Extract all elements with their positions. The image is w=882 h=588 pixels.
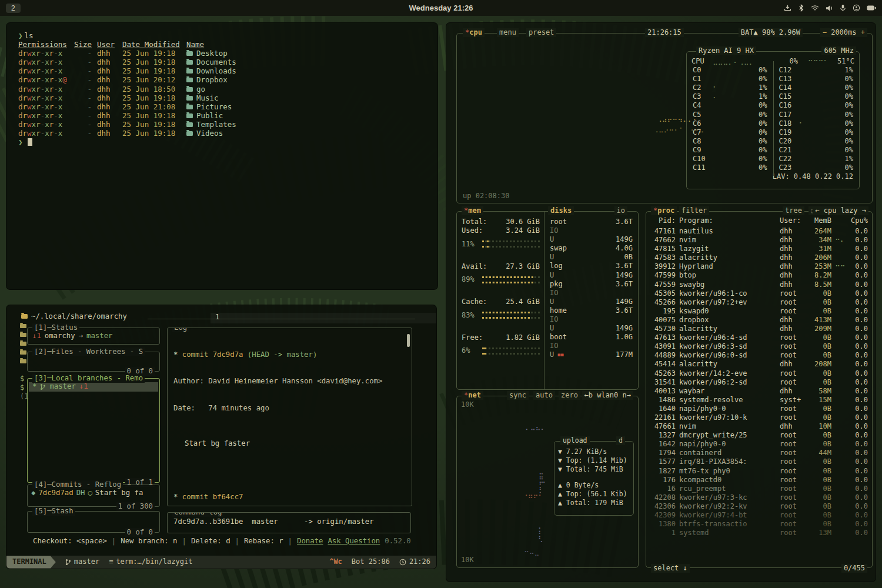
process-row[interactable]: 1 systemd root 13M 0.0 [651,529,868,537]
process-row[interactable]: 176 kcompactd0 root 0B 0.0 [651,476,868,485]
mic-icon[interactable] [840,4,846,12]
process-pid: 22161 [651,413,676,422]
process-row[interactable]: 42306 kworker/u92:2-kv root 0B 0.0 [651,502,868,511]
menu-button[interactable]: menu [497,28,519,37]
commit-message: Start bg fa [95,489,143,497]
mem-box-title[interactable]: *mem [462,206,483,215]
panel-title: Log [172,328,189,332]
process-mem: 0B [808,476,831,485]
process-row[interactable]: 1577 irq/81-PIXA3854: root 0B 0.0 [651,457,868,466]
disks-toggle[interactable]: disks [548,206,574,215]
box-nav[interactable]: ← cpu lazy → [813,206,868,215]
keybinding-hint[interactable]: Ask Question [328,537,380,546]
interval-decrease[interactable]: − [823,28,827,36]
volume-icon[interactable] [826,5,833,12]
process-row[interactable]: 1794 containerd root 44M 0.0 [651,449,868,457]
auto-toggle[interactable]: auto [533,391,555,400]
process-graph: ⠒⠒⠄ [835,262,844,271]
process-row[interactable]: 1640 napi/phy0-0 root 0B 0.0 [651,405,868,413]
process-row[interactable]: 39912 Hyprland dhh 253M ⠒⠒⠄ 0.0 [651,262,868,271]
process-row[interactable]: 45263 kworker/14:2-eve root 0B 0.0 [651,369,868,378]
process-row[interactable]: 43091 kworker/u96:3-sd root 0B 0.0 [651,342,868,351]
preset-button[interactable]: preset [526,28,556,37]
process-row[interactable]: 40013 waybar dhh 58M 0.0 [651,387,868,396]
process-row[interactable]: 31541 kworker/u96:2-sd root 0B 0.0 [651,378,868,387]
process-row[interactable]: 40075 dropbox dhh 413M 0.0 [651,316,868,325]
panel-stash[interactable]: [5]─Stash 0 of 0 [27,511,160,533]
session-badge[interactable]: TERMINAL [6,556,56,568]
process-row[interactable]: 1827 mt76-tx phy0 root 0B 0.0 [651,467,868,476]
proc-header[interactable]: Pid: Program: User: MemB Cpu% [651,216,868,225]
keybinding-hint[interactable]: Checkout: <space> [33,537,107,546]
panel-status[interactable]: [1]─Status ↓1 omarchy → master [27,328,160,345]
interval-increase[interactable]: + [861,28,865,36]
process-row[interactable]: 47161 nautilus dhh 264M 0.0 [651,227,868,236]
sync-toggle[interactable]: sync [507,391,529,400]
keybinding-hint[interactable]: | [182,537,186,546]
branch-row-selected[interactable]: * master ↓1 [29,382,158,392]
process-row[interactable]: 47613 kworker/u96:4-sd root 0B 0.0 [651,333,868,342]
net-box: *net sync auto zero ←b wlan0 n→ 10K 10K … [456,396,639,568]
keybinding-hint[interactable]: Donate [297,537,323,546]
empty-prompt-line[interactable]: ❯ [18,138,437,146]
tab-1[interactable]: 1 [215,313,219,322]
process-row[interactable]: 45266 kworker/u97:2+ev root 0B 0.0 [651,298,868,307]
process-row[interactable]: 1327 dmcrypt_write/25 root 0B 0.0 [651,431,868,440]
process-row[interactable]: 16 rcu_preempt root 0B 0.0 [651,485,868,493]
tree-toggle[interactable]: tree [783,206,804,215]
user-icon[interactable] [853,4,860,12]
filter-button[interactable]: filter [679,206,709,215]
process-mem: 208M [808,360,831,369]
log-commit[interactable]: * commit bf64cc7 Author: David Heinemeie… [173,475,406,506]
process-row[interactable]: 47583 alacritty dhh 206M 0.0 [651,253,868,262]
process-row[interactable]: 47815 lazygit dhh 31M 0.0 [651,245,868,253]
panel-branches[interactable]: [3]─Local branches - Remo * master ↓1 1 … [27,378,160,483]
process-row[interactable]: 45730 alacritty dhh 209M 0.0 [651,325,868,333]
process-row[interactable]: 22161 kworker/u97:10-k root 0B 0.0 [651,413,868,422]
scrollbar-thumb[interactable] [407,334,410,347]
net-box-title[interactable]: *net [462,391,483,400]
process-row[interactable]: 1380 btrfs-transactio root 0B 0.0 [651,520,868,529]
upload-stat: ▲ 0 Byte/s [558,481,630,490]
wifi-icon[interactable] [811,5,819,12]
battery-icon[interactable] [867,5,876,11]
process-row[interactable]: 47662 nvim dhh 34M ⠒⠄ 0.0 [651,236,868,245]
window-segment[interactable]: ≡ term:…/bin/lazygit [109,557,192,566]
log-commit[interactable]: * commit 7dc9d7a (HEAD -> master) Author… [173,333,406,475]
select-hint[interactable]: select ↓ [651,564,690,573]
author-initials: DH [76,489,85,497]
updates-icon[interactable] [784,4,791,12]
process-graph [835,271,844,280]
process-row[interactable]: 47661 nvim dhh 10M 0.0 [651,422,868,431]
proc-box-title[interactable]: *proc [651,206,677,215]
process-row[interactable]: 42208 kworker/u97:3-kc root 0B 0.0 [651,493,868,502]
process-row[interactable]: 42309 kworker/u97:4-bt root 0B 0.0 [651,511,868,520]
keybinding-hint[interactable]: 0.52.0 [385,537,410,546]
workspace-indicator[interactable]: 2 [6,4,21,13]
zero-toggle[interactable]: zero [559,391,580,400]
panel-log[interactable]: Log * commit 7dc9d7a (HEAD -> master) Au… [167,328,412,506]
panel-files[interactable]: [2]─Files - Worktrees - S 0 of 0 [27,352,160,372]
bluetooth-icon[interactable] [798,4,804,12]
keybinding-hint[interactable]: | [112,537,116,546]
process-row[interactable]: 47599 btop dhh 8.2M 0.0 [651,271,868,280]
keybinding-hint[interactable]: Rebase: r [244,537,283,546]
panel-title: [3]─Local branches - Remo [32,374,145,383]
keybinding-hint[interactable]: Delete: d [191,537,230,546]
panel-command-log[interactable]: Command log 7dc9d7a..b3691be master -> o… [167,512,411,533]
io-toggle[interactable]: io [614,206,627,215]
cpu-box-title[interactable]: *cpu [463,28,485,37]
process-row[interactable]: 1642 napi/phy0-0 root 0B 0.0 [651,440,868,449]
process-row[interactable]: 45414 alacritty dhh 208M 0.0 [651,360,868,369]
process-row[interactable]: 1486 systemd-resolve syst+ 15M 0.0 [651,396,868,405]
interface-selector[interactable]: ←b wlan0 n→ [582,391,633,400]
keybinding-hint[interactable]: | [235,537,239,546]
panel-commits[interactable]: [4]─Commits - Reflog ◆ 7dc9d7ad DH ○ Sta… [27,485,160,507]
process-row[interactable]: 195 kswapd0 root 0B 0.0 [651,307,868,316]
keybinding-hint[interactable]: New branch: n [121,537,177,546]
process-graph [835,502,844,511]
process-row[interactable]: 44889 kworker/u96:0-sd root 0B 0.0 [651,351,868,360]
process-row[interactable]: 45305 kworker/u96:1-co root 0B 0.0 [651,289,868,298]
keybinding-hint[interactable]: | [288,537,292,546]
process-row[interactable]: 47559 swaybg dhh 8.5M 0.0 [651,280,868,289]
